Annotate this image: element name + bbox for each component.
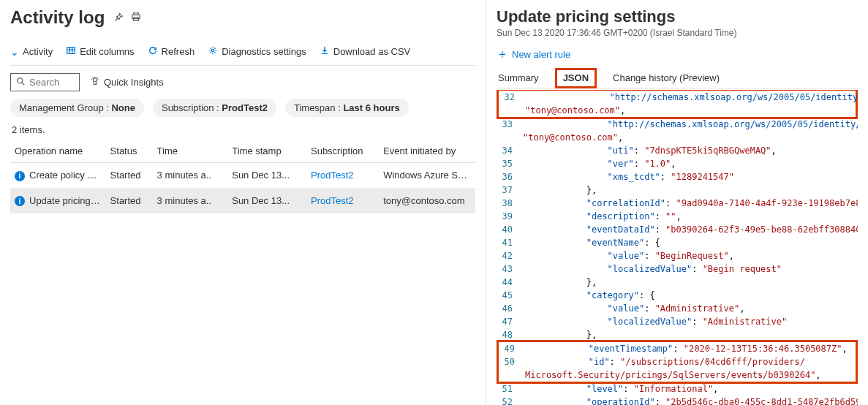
json-line: 48 }, xyxy=(497,328,858,341)
svg-point-6 xyxy=(93,78,97,82)
json-line: 47 "localizedValue": "Administrative" xyxy=(497,315,858,328)
cell-event-by: tony@contoso.com xyxy=(379,188,475,213)
json-line: 33 "http://schemas.xmlsoap.org/ws/2005/0… xyxy=(497,118,858,131)
insights-icon xyxy=(90,76,100,88)
chevron-down-icon: ⌄ xyxy=(10,46,19,58)
toolbar: ⌄ Activity Edit columns Refresh Diagnost… xyxy=(10,41,475,66)
col-subscription[interactable]: Subscription xyxy=(306,140,379,163)
cell-time: 3 minutes a.. xyxy=(153,163,228,189)
search-box[interactable] xyxy=(10,73,80,91)
highlight-box: 49 "eventTimestamp": "2020-12-13T15:36:4… xyxy=(497,340,858,384)
refresh-icon xyxy=(148,45,158,58)
cell-event-by: Windows Azure Securi.. xyxy=(379,163,475,189)
col-status[interactable]: Status xyxy=(106,140,153,163)
edit-columns-label: Edit columns xyxy=(80,46,134,57)
json-line: 41 "eventName": { xyxy=(497,236,858,249)
json-line: 50 "id": "/subscriptions/04cd6fff/provid… xyxy=(499,355,856,368)
refresh-button[interactable]: Refresh xyxy=(148,45,195,58)
col-event-by[interactable]: Event initiated by xyxy=(379,140,475,163)
tabs: Summary JSON Change history (Preview) xyxy=(497,68,858,88)
activity-log-pane: Activity log ⌄ Activity Edit columns Ref… xyxy=(0,0,486,405)
new-alert-button[interactable]: ＋ New alert rule xyxy=(497,47,858,62)
json-line: 40 "eventDataId": "b0390264-62f3-49e5-be… xyxy=(497,223,858,236)
cell-timestamp: Sun Dec 13... xyxy=(227,163,306,189)
json-line: 34 "uti": "7dnspKTE5ki5qRBGQweMAQ", xyxy=(497,144,858,157)
json-line: "tony@contoso.com", xyxy=(497,131,858,144)
svg-point-5 xyxy=(18,78,23,83)
svg-point-4 xyxy=(211,49,214,52)
json-line: 43 "localizedValue": "Begin request" xyxy=(497,262,858,276)
highlight-box: 32 "http://schemas.xmlsoap.org/ws/2005/0… xyxy=(497,90,858,119)
quick-insights-label: Quick Insights xyxy=(104,77,164,88)
filter-label: Subscription : xyxy=(162,102,222,113)
search-input[interactable] xyxy=(29,77,72,88)
json-line: 51 "level": "Informational", xyxy=(497,382,858,395)
col-time[interactable]: Time xyxy=(153,140,228,163)
json-line: 45 "category": { xyxy=(497,289,858,302)
filter-timespan[interactable]: Timespan : Last 6 hours xyxy=(285,99,409,117)
download-icon xyxy=(320,45,330,58)
pin-icon[interactable] xyxy=(113,12,124,24)
json-viewer[interactable]: 32 "http://schemas.xmlsoap.org/ws/2005/0… xyxy=(497,90,858,405)
json-line: 39 "description": "", xyxy=(497,210,858,223)
page-title-row: Activity log xyxy=(10,7,475,28)
items-count: 2 items. xyxy=(12,124,475,135)
search-icon xyxy=(15,76,26,88)
filter-label: Management Group : xyxy=(19,102,111,113)
table-row[interactable]: iUpdate pricing settingsStarted3 minutes… xyxy=(10,188,475,213)
cell-operation: iCreate policy assignment xyxy=(10,163,106,189)
diagnostics-label: Diagnostics settings xyxy=(222,46,306,57)
table-row[interactable]: iCreate policy assignmentStarted3 minute… xyxy=(10,163,475,189)
json-line: 36 "xms_tcdt": "1289241547" xyxy=(497,170,858,183)
filter-subscription[interactable]: Subscription : ProdTest2 xyxy=(153,99,276,117)
detail-pane: Update pricing settings Sun Dec 13 2020 … xyxy=(486,0,868,405)
download-label: Download as CSV xyxy=(333,46,411,57)
detail-subtitle: Sun Dec 13 2020 17:36:46 GMT+0200 (Israe… xyxy=(497,28,858,38)
col-operation[interactable]: Operation name xyxy=(10,140,106,163)
filter-label: Timespan : xyxy=(294,102,343,113)
cell-operation: iUpdate pricing settings xyxy=(10,188,106,213)
cell-timestamp: Sun Dec 13... xyxy=(227,188,306,213)
info-icon: i xyxy=(15,171,25,181)
json-line: 46 "value": "Administrative", xyxy=(497,302,858,315)
json-line: 52 "operationId": "2b5d546c-dba0-455c-8d… xyxy=(497,395,858,405)
json-line: 37 }, xyxy=(497,183,858,197)
json-line: 49 "eventTimestamp": "2020-12-13T15:36:4… xyxy=(499,342,856,355)
new-alert-label: New alert rule xyxy=(512,49,570,60)
print-icon[interactable] xyxy=(131,12,141,24)
json-line: 38 "correlationId": "9ad0940a-7140-4a4f-… xyxy=(497,197,858,210)
json-line: "tony@contoso.com", xyxy=(499,104,856,117)
activity-label: Activity xyxy=(23,46,53,57)
activity-table: Operation name Status Time Time stamp Su… xyxy=(10,140,475,213)
columns-icon xyxy=(66,45,76,58)
gear-icon xyxy=(208,45,218,58)
filter-management-group[interactable]: Management Group : None xyxy=(10,99,144,117)
detail-title: Update pricing settings xyxy=(497,7,858,26)
filter-value: Last 6 hours xyxy=(343,102,399,113)
tab-json[interactable]: JSON xyxy=(555,68,597,88)
svg-rect-3 xyxy=(67,48,75,54)
edit-columns-button[interactable]: Edit columns xyxy=(66,45,134,58)
cell-time: 3 minutes a.. xyxy=(153,188,228,213)
tab-summary[interactable]: Summary xyxy=(497,68,540,88)
filter-value: None xyxy=(111,102,135,113)
json-line: 42 "value": "BeginRequest", xyxy=(497,249,858,262)
cell-status: Started xyxy=(106,188,153,213)
quick-insights-button[interactable]: Quick Insights xyxy=(90,76,164,88)
filter-value: ProdTest2 xyxy=(222,102,268,113)
cell-subscription: ProdTest2 xyxy=(306,188,379,213)
diagnostics-button[interactable]: Diagnostics settings xyxy=(208,45,306,58)
json-line: 44 }, xyxy=(497,276,858,289)
search-row: Quick Insights xyxy=(10,73,475,91)
col-timestamp[interactable]: Time stamp xyxy=(227,140,306,163)
json-line: 35 "ver": "1.0", xyxy=(497,157,858,170)
json-line: 32 "http://schemas.xmlsoap.org/ws/2005/0… xyxy=(499,91,856,104)
download-csv-button[interactable]: Download as CSV xyxy=(320,45,411,58)
page-title: Activity log xyxy=(10,7,105,28)
plus-icon: ＋ xyxy=(497,47,508,62)
cell-status: Started xyxy=(106,163,153,189)
refresh-label: Refresh xyxy=(162,46,195,57)
activity-dropdown[interactable]: ⌄ Activity xyxy=(10,46,53,58)
filter-pills: Management Group : None Subscription : P… xyxy=(10,99,475,117)
tab-change-history[interactable]: Change history (Preview) xyxy=(611,68,721,88)
